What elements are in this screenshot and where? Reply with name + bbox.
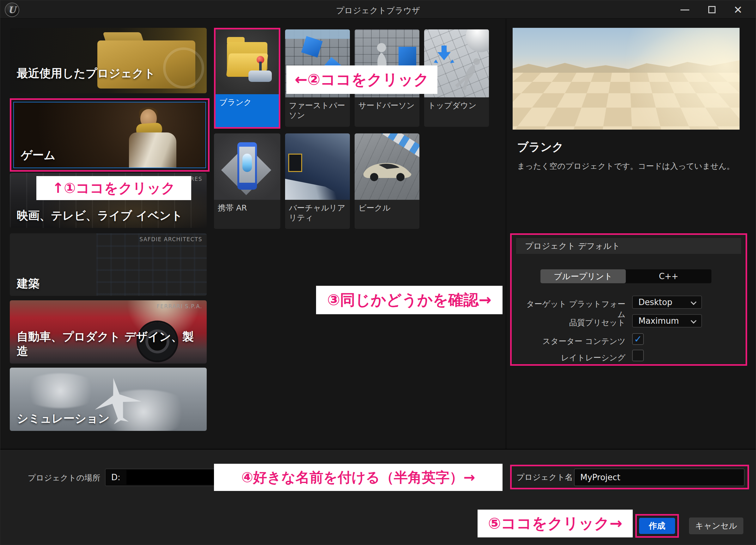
annotation-outline-blank: ブランク: [214, 28, 280, 129]
starter-content-label: スターター コンテンツ: [524, 336, 625, 346]
annotation-outline-games: ゲーム: [10, 98, 210, 172]
project-browser-window: U プロジェクトブラウザ ✕ 最近使用したプロジェクト ゲーム COURTESY…: [0, 0, 756, 545]
phone-icon: [237, 142, 257, 190]
handheld-ar-thumbnail: [214, 133, 280, 200]
template-blank[interactable]: ブランク: [216, 29, 279, 127]
character-decor: [129, 132, 176, 168]
annotation-step5: ⑤ココをクリック→: [478, 510, 633, 537]
project-location-label: プロジェクトの場所: [28, 473, 100, 483]
category-label: 建築: [17, 276, 40, 291]
building-decor: [96, 233, 207, 296]
template-preview-image: [513, 28, 740, 130]
target-platform-dropdown[interactable]: Desktop: [632, 296, 702, 309]
car-icon: [360, 151, 414, 186]
vehicle-thumbnail: [355, 133, 419, 200]
maximize-icon[interactable]: [708, 6, 716, 13]
cpp-tab[interactable]: C++: [626, 269, 711, 283]
annotation-step2: ←②ココをクリック: [286, 65, 437, 94]
window-title: プロジェクトブラウザ: [0, 5, 756, 16]
sidebar-item-automotive-product-design[interactable]: FERRARI S.P.A. 自動車、プロダクト デザイン、製造: [10, 300, 207, 364]
category-label: 映画、テレビ、ライブ イベント: [17, 208, 183, 223]
template-label: 携帯 AR: [214, 200, 280, 229]
cancel-button[interactable]: キャンセル: [689, 517, 743, 534]
template-label: トップダウン: [424, 97, 489, 127]
raytracing-checkbox[interactable]: [632, 350, 644, 361]
template-handheld-ar[interactable]: 携帯 AR: [214, 133, 280, 229]
template-label: ビークル: [355, 200, 419, 229]
raytracing-label: レイトレーシング: [524, 352, 625, 363]
chevron-down-icon: [691, 318, 696, 323]
sidebar-item-recent-projects[interactable]: 最近使用したプロジェクト: [10, 28, 207, 93]
create-button[interactable]: 作成: [639, 518, 675, 534]
joystick-decor: [248, 70, 272, 82]
target-platform-label: ターゲット プラットフォーム: [524, 299, 625, 320]
selected-template-title: ブランク: [517, 139, 564, 155]
template-vehicle[interactable]: ビークル: [355, 133, 419, 229]
template-label: サードパーソン: [355, 97, 419, 127]
sidebar-item-simulation[interactable]: シミュレーション: [10, 368, 207, 431]
category-label: 自動車、プロダクト デザイン、製造: [17, 329, 200, 358]
project-defaults-header: プロジェクト デフォルト: [516, 238, 741, 254]
virtual-reality-thumbnail: [285, 133, 350, 200]
template-label: ファーストパーソン: [285, 97, 350, 127]
annotation-step3: ③同じかどうかを確認→: [316, 286, 503, 314]
title-bar: U プロジェクトブラウザ ✕: [0, 0, 756, 19]
template-label: ブランク: [216, 94, 279, 127]
annotation-step1: ↑①ココをクリック: [36, 176, 191, 200]
category-label: シミュレーション: [17, 411, 110, 426]
annotation-step4: ④好きな名前を付ける（半角英字）→: [214, 464, 503, 491]
minimize-icon[interactable]: [680, 9, 689, 10]
language-segmented-control: ブループリント C++: [540, 269, 711, 283]
arrow-down-icon: [433, 43, 455, 65]
unreal-watermark-decor: [163, 47, 204, 89]
selected-template-description: まったく空のプロジェクトです。コードは入っていません。: [517, 161, 735, 171]
category-label: 最近使用したプロジェクト: [17, 66, 155, 81]
capsule-decor: [242, 154, 252, 172]
folder-joystick-icon: [227, 42, 267, 75]
blank-thumbnail: [216, 29, 279, 94]
quality-preset-value: Maximum: [638, 315, 679, 327]
quality-preset-dropdown[interactable]: Maximum: [632, 314, 702, 328]
panel-divider: [506, 19, 506, 449]
crate-decor: [288, 154, 302, 172]
image-credit: SAFDIE ARCHITECTS: [139, 236, 202, 242]
project-name-label: プロジェクト名: [516, 472, 573, 482]
quality-preset-label: 品質プリセット: [524, 317, 625, 328]
template-virtual-reality[interactable]: バーチャルリアリティ: [285, 133, 350, 229]
chevron-down-icon: [691, 299, 696, 305]
image-credit: FERRARI S.P.A.: [157, 303, 202, 309]
annotation-outline-project-defaults: プロジェクト デフォルト ブループリント C++ ターゲット プラットフォーム …: [510, 233, 747, 366]
sidebar-item-architecture[interactable]: SAFDIE ARCHITECTS 建築: [10, 233, 207, 296]
sidebar-item-games[interactable]: ゲーム: [13, 102, 206, 168]
template-label: バーチャルリアリティ: [285, 200, 350, 229]
starter-content-checkbox[interactable]: ✓: [632, 333, 644, 345]
target-platform-value: Desktop: [638, 296, 672, 308]
light-rays-decor: [513, 28, 740, 130]
close-icon[interactable]: ✕: [731, 3, 745, 16]
project-location-value: D:: [111, 469, 120, 486]
category-label: ゲーム: [21, 148, 56, 162]
blueprint-tab[interactable]: ブループリント: [540, 269, 626, 283]
project-name-input[interactable]: [574, 468, 745, 486]
